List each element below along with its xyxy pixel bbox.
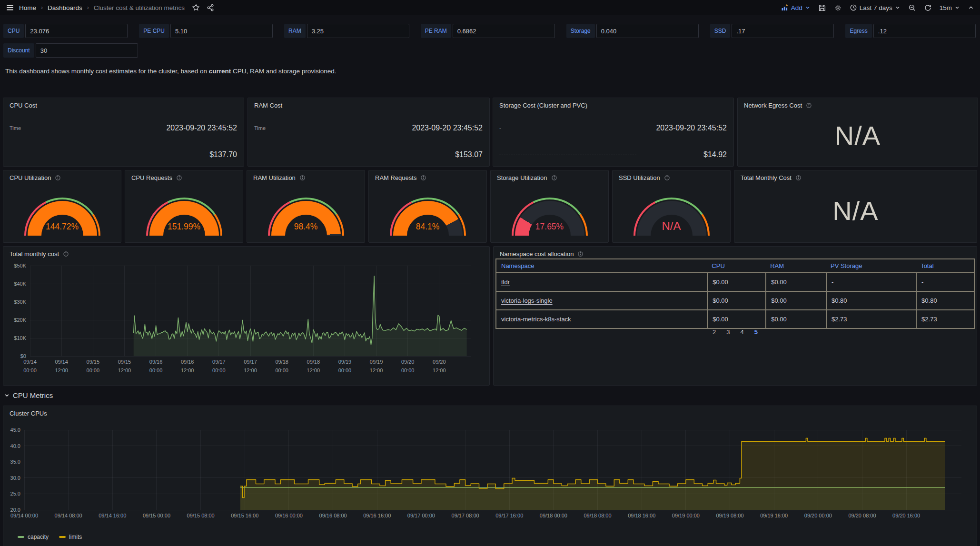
svg-text:09/18: 09/18 [307, 359, 320, 365]
breadcrumb-dashboards[interactable]: Dashboards [48, 4, 82, 11]
variable-label: PE RAM [421, 24, 451, 38]
column-header-ram[interactable]: RAM [765, 262, 826, 269]
legend-item-capacity[interactable]: capacity [18, 534, 49, 540]
column-header-pv-storage[interactable]: PV Storage [826, 262, 916, 269]
column-header-cpu[interactable]: CPU [707, 262, 765, 269]
svg-text:$40K: $40K [14, 281, 26, 287]
save-dashboard-icon[interactable] [818, 4, 826, 12]
variable-pe-cpu: PE CPU5.10 [139, 24, 273, 38]
panel-title[interactable]: Storage Utilization [497, 174, 557, 181]
variable-pe-ram: PE RAM0.6862 [421, 24, 555, 38]
svg-text:09/16 16:00: 09/16 16:00 [363, 513, 391, 518]
stat-value: $14.92 [703, 150, 727, 159]
info-icon [551, 175, 557, 181]
svg-text:$20K: $20K [14, 317, 26, 323]
gauge-value: 17.65% [512, 222, 588, 232]
variable-input[interactable]: 23.076 [25, 24, 128, 38]
cluster-cpus-chart[interactable]: 20.025.030.035.040.045.009/14 00:0009/14… [7, 406, 974, 526]
variable-input[interactable]: 3.25 [307, 24, 409, 38]
chevron-down-icon [895, 5, 901, 10]
variable-input[interactable]: 0.040 [596, 24, 699, 38]
page-button-2[interactable]: 2 [713, 328, 716, 336]
page-button-3[interactable]: 3 [726, 328, 730, 336]
panel-title[interactable]: Storage Cost (Cluster and PVC) [499, 102, 587, 109]
dashboard-settings-icon[interactable] [834, 4, 842, 12]
svg-text:09/14: 09/14 [23, 359, 37, 365]
na-value: N/A [734, 195, 977, 226]
panel-title[interactable]: RAM Requests [375, 174, 426, 181]
table-cell: $0.80 [916, 292, 974, 309]
panel-title[interactable]: CPU Requests [131, 174, 182, 181]
svg-text:09/20: 09/20 [401, 359, 415, 365]
chevron-down-icon [954, 5, 960, 10]
time-range-picker[interactable]: Last 7 days [850, 4, 901, 11]
add-panel-button[interactable]: Add [781, 4, 811, 11]
variable-input[interactable]: .12 [873, 24, 976, 38]
svg-text:30.0: 30.0 [10, 475, 20, 481]
panel-title[interactable]: SSD Utilization [619, 174, 670, 181]
collapse-topbar-icon[interactable] [968, 4, 974, 11]
namespace-link[interactable]: victoria-logs-single [501, 297, 553, 304]
zoom-out-icon[interactable] [908, 4, 916, 12]
variable-input[interactable]: 0.6862 [453, 24, 555, 38]
svg-text:09/19 08:00: 09/19 08:00 [716, 513, 743, 518]
variable-input[interactable]: .17 [732, 24, 834, 38]
variable-egress: Egress.12 [845, 24, 975, 38]
variable-label: Discount [3, 43, 34, 58]
panel-title[interactable]: Namespace cost allocation [500, 250, 584, 258]
breadcrumb-home[interactable]: Home [19, 4, 36, 11]
info-icon [806, 102, 812, 109]
svg-text:00:00: 00:00 [338, 367, 352, 373]
stat-sparkline [499, 155, 636, 155]
variable-input[interactable]: 5.10 [170, 24, 273, 38]
table-cell: - [826, 273, 916, 291]
panel-storage-cost: Storage Cost (Cluster and PVC) -2023-09-… [493, 98, 734, 167]
legend-label: limits [69, 534, 82, 540]
svg-text:12:00: 12:00 [370, 367, 383, 373]
svg-text:09/17 00:00: 09/17 00:00 [407, 513, 435, 518]
namespace-link[interactable]: victoria-metrics-k8s-stack [501, 316, 571, 323]
gauge: 84.1% [390, 198, 466, 236]
panel-title[interactable]: CPU Utilization [10, 174, 61, 181]
table-cell: $2.73 [826, 310, 916, 328]
panel-gauge-cpu-requests: CPU Requests151.99% [125, 170, 243, 243]
namespace-link[interactable]: tldr [501, 278, 510, 286]
info-icon [55, 175, 61, 181]
svg-text:35.0: 35.0 [10, 459, 20, 465]
svg-text:09/20 16:00: 09/20 16:00 [892, 513, 920, 518]
stat-value: $137.70 [209, 150, 237, 159]
panel-title[interactable]: RAM Cost [254, 102, 282, 109]
panel-title[interactable]: CPU Cost [10, 102, 37, 109]
table-header-row: NamespaceCPURAMPV StorageTotal [496, 258, 974, 273]
page-button-4[interactable]: 4 [741, 328, 744, 336]
svg-text:09/17: 09/17 [212, 359, 226, 365]
panel-title[interactable]: Network Egress Cost [744, 102, 812, 109]
column-header-total[interactable]: Total [916, 262, 974, 269]
refresh-interval-picker[interactable]: 15m [940, 4, 960, 11]
svg-text:09/17 16:00: 09/17 16:00 [495, 513, 523, 518]
svg-text:$30K: $30K [14, 299, 26, 305]
star-icon[interactable] [192, 4, 200, 11]
svg-text:09/15 08:00: 09/15 08:00 [187, 513, 215, 518]
refresh-icon[interactable] [924, 4, 932, 12]
share-icon[interactable] [207, 4, 214, 11]
table-row: victoria-logs-single$0.00$0.00$0.80$0.80 [496, 292, 974, 310]
chart-legend: capacitylimits [18, 534, 82, 540]
breadcrumb-separator: › [41, 4, 43, 11]
total-monthly-cost-chart[interactable]: $0$10K$20K$30K$40K$50K09/1400:0009/1412:… [5, 249, 488, 385]
page-button-5[interactable]: 5 [754, 328, 758, 336]
svg-text:00:00: 00:00 [87, 367, 100, 373]
info-icon [176, 175, 182, 181]
panel-title[interactable]: RAM Utilization [253, 174, 306, 181]
column-header-namespace[interactable]: Namespace [496, 262, 707, 269]
variable-input[interactable]: 30 [36, 43, 138, 58]
svg-text:45.0: 45.0 [10, 427, 20, 433]
variable-ssd: SSD.17 [710, 24, 834, 38]
svg-text:12:00: 12:00 [433, 367, 446, 373]
section-cpu-metrics[interactable]: CPU Metrics [4, 391, 53, 399]
legend-item-limits[interactable]: limits [59, 534, 82, 540]
table-cell: tldr [496, 273, 707, 291]
panel-title[interactable]: Total Monthly Cost [741, 174, 802, 181]
stat-row: -2023-09-20 23:45:52 [499, 124, 727, 132]
menu-toggle-icon[interactable] [6, 3, 14, 12]
